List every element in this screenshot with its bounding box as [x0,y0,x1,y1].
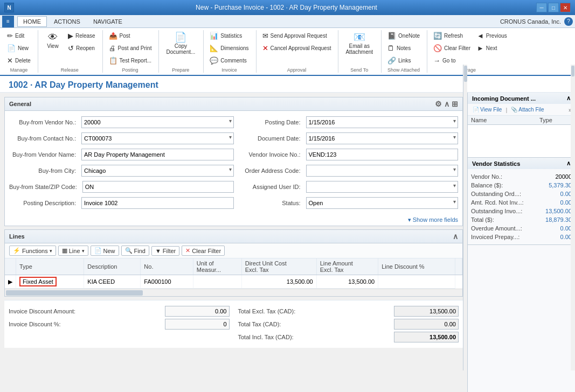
type-cell[interactable]: Fixed Asset [16,275,84,289]
line-discount-cell[interactable] [378,275,455,289]
view-button[interactable]: 👁 View [41,30,64,51]
menu-navigate[interactable]: NAVIGATE [87,16,128,27]
type-col-header[interactable]: Type [16,258,84,275]
invoice-discount-amount-input[interactable]: 0.00 [165,306,230,317]
vendor-name-input[interactable]: AR Day Property Management [81,149,234,160]
find-button[interactable]: 🔍 Find [121,246,149,256]
general-section-header[interactable]: General ⚙ ∧ ⊞ [5,97,462,111]
cancel-approval-button[interactable]: ✕Cancel Approval Request [260,43,334,54]
document-date-select[interactable]: 1/15/2016 [306,132,459,144]
refresh-button[interactable]: 🔄Refresh [431,30,473,41]
menu-actions[interactable]: ACTIONS [48,16,86,27]
edit-button[interactable]: ✏Edit [4,30,27,41]
direct-cost-col-header[interactable]: Direct Unit CostExcl. Tax [241,258,316,275]
status-select[interactable]: Open [306,197,459,209]
dimensions-button[interactable]: 📐Dimensions [207,43,251,54]
contact-no-select[interactable]: CT000073 [81,132,234,144]
vendor-invoice-no-input[interactable]: VEND:123 [306,149,459,160]
description-col-header[interactable]: Description [84,258,141,275]
test-report-button[interactable]: 📋Test Report... [106,55,155,66]
lines-new-button[interactable]: 📄 New [91,246,119,256]
direct-cost-cell[interactable]: 13,500.00 [241,275,316,289]
lines-table-header-row: Type Description No. Unit ofMeasur... Di… [5,258,462,275]
posting-group-label: Posting [106,67,155,73]
invoice-discount-pct-input[interactable]: 0 [165,319,230,330]
delete-button[interactable]: ✕Delete [4,55,33,66]
links-button[interactable]: 🔗Links [385,55,422,66]
stat-row-0: Vendor No.: 20000 [471,172,572,181]
vendor-stats-header[interactable]: Vendor Statistics ∧ [468,158,575,169]
help-icon[interactable]: ? [564,17,573,26]
previous-button[interactable]: ◄Previous [474,30,510,41]
maximize-btn[interactable]: □ [548,3,559,12]
posting-date-select[interactable]: 1/15/2016 [306,116,459,128]
stat-row-5: Total ($): 18,879.30 [471,215,572,224]
city-select[interactable]: Chicago [81,165,234,177]
settings-icon[interactable]: ⚙ [435,100,442,108]
line-amount-cell[interactable]: 13,500.00 [316,275,378,289]
description-cell[interactable]: KIA CEED [84,275,141,289]
incoming-doc-table-body [468,125,575,157]
collapse-icon[interactable]: ∧ [444,100,449,108]
order-address-select[interactable] [306,165,459,177]
incoming-doc-collapse[interactable]: ∧ [566,95,571,102]
lines-table: Type Description No. Unit ofMeasur... Di… [5,258,462,289]
main-scrollbar[interactable] [463,65,467,370]
vendor-stats-collapse[interactable]: ∧ [566,160,571,167]
view-file-button[interactable]: 📄 View File [471,106,503,113]
onenote-button[interactable]: 📓OneNote [385,30,422,41]
expand-panel-icon[interactable]: ⊞ [452,100,458,108]
main-content: General ⚙ ∧ ⊞ Buy-from Vendor No.: 20000 [0,93,575,392]
copy-document-button[interactable]: 📄 CopyDocument... [162,30,199,57]
assigned-user-select[interactable] [306,181,459,193]
right-panel: Incoming Document ... ∧ 📄 View File | 📎 … [467,93,575,392]
new-button[interactable]: 📄New [4,43,31,54]
page-title: 1002 · AR Day Property Management [9,80,158,89]
no-cell[interactable]: FA000100 [141,275,193,289]
menu-home[interactable]: HOME [17,16,47,27]
lines-section-header[interactable]: Lines ∧ [5,230,462,243]
notes-button[interactable]: 🗒Notes [385,43,422,54]
minimize-btn[interactable]: ─ [536,3,547,12]
posting-desc-input[interactable]: Invoice 1002 [81,197,234,209]
reopen-button[interactable]: ↺Reopen [65,43,98,54]
filter-button[interactable]: ▼ Filter [151,246,179,256]
close-btn[interactable]: ✕ [560,3,571,12]
no-col-header[interactable]: No. [141,258,193,275]
total-excl-tax-row: Total Excl. Tax (CAD): 13,500.00 [238,305,459,318]
totals-right: Total Excl. Tax (CAD): 13,500.00 Total T… [238,305,459,344]
approval-group-label: Approval [260,67,334,73]
line-button[interactable]: ▦ Line ▾ [58,246,88,256]
lines-clear-filter-button[interactable]: ✕ Clear Filter [182,246,225,256]
next-button[interactable]: ►Next [474,43,510,54]
post-print-button[interactable]: 🖨Post and Print [106,43,155,54]
show-more-fields[interactable]: Show more fields [5,214,462,226]
menu-bar: ≡ HOME ACTIONS NAVIGATE CRONUS Canada, I… [0,15,575,28]
clear-filter-button[interactable]: 🚫Clear Filter [431,43,473,54]
comments-button[interactable]: 💬Comments [207,55,251,66]
right-scrollbar[interactable] [571,65,575,370]
total-tax-input[interactable]: 0.00 [394,319,459,330]
email-attachment-button[interactable]: 📧 Email asAttachment [342,30,377,57]
invoice-discount-pct-row: Invoice Discount %: 0 [9,318,230,331]
vendor-stats-content: Vendor No.: 20000 Balance ($): 5,379.30 … [468,169,575,244]
statistics-button[interactable]: 📊Statistics [207,30,251,41]
uom-cell[interactable] [193,275,241,289]
lines-collapse-icon[interactable]: ∧ [453,232,458,241]
total-excl-tax-input[interactable]: 13,500.00 [394,306,459,317]
state-zip-input[interactable]: ON [82,181,234,193]
title-bar: N New - Purchase Invoice - 1002 · AR Day… [0,0,575,15]
uom-col-header[interactable]: Unit ofMeasur... [193,258,241,275]
functions-button[interactable]: ⚡ Functions ▾ [9,246,56,256]
post-button[interactable]: 📤Post [106,30,155,41]
row-selector-cell[interactable]: ▶ [5,275,16,289]
attach-file-button[interactable]: 📎 Attach File [509,106,545,113]
vendor-no-select[interactable]: 20000 [81,116,234,128]
incoming-doc-header[interactable]: Incoming Document ... ∧ [468,93,575,104]
line-amount-col-header[interactable]: Line AmountExcl. Tax [316,258,378,275]
release-button[interactable]: ▶Release [65,30,98,41]
horizontal-scrollbar[interactable] [5,289,462,296]
send-approval-button[interactable]: ✉Send Approval Request [260,30,334,41]
total-incl-tax-input[interactable]: 13,500.00 [394,332,459,342]
line-discount-col-header[interactable]: Line Discount % [378,258,455,275]
